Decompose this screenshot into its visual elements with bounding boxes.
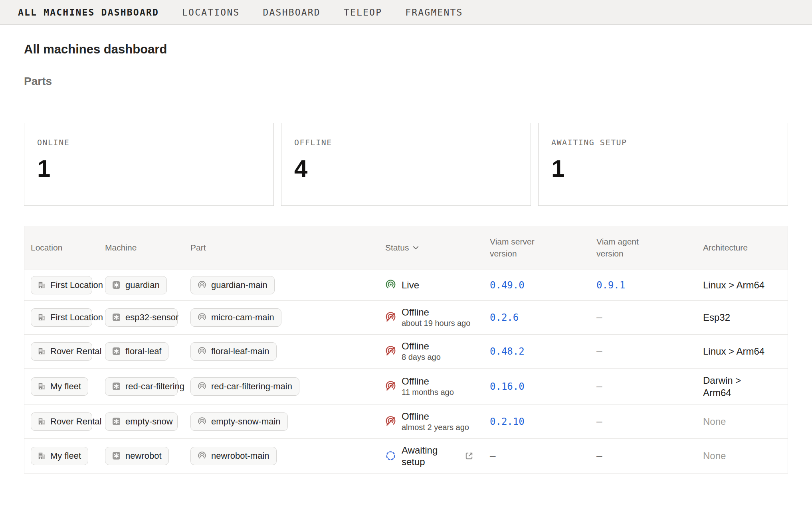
architecture-cell: None — [697, 405, 788, 438]
status-subtext: about 19 hours ago — [402, 318, 470, 329]
machine-name: empty-snow — [125, 416, 173, 427]
stat-cards: ONLINE 1 OFFLINE 4 AWAITING SETUP 1 — [24, 123, 788, 206]
column-header-status[interactable]: Status — [379, 226, 483, 270]
server-version-cell: 0.48.2 — [483, 335, 590, 368]
machine-badge[interactable]: empty-snow — [105, 412, 178, 431]
agent-version-cell: 0.9.1 — [590, 270, 697, 300]
part-name: guardian-main — [211, 280, 267, 290]
machine-cell: empty-snow — [99, 405, 184, 438]
part-badge[interactable]: red-car-filtering-main — [190, 377, 299, 396]
machine-cell: floral-leaf — [99, 335, 184, 368]
nav-item-teleop[interactable]: TELEOP — [344, 7, 382, 18]
agent-version-link[interactable]: – — [596, 416, 602, 427]
chevron-down-icon[interactable] — [413, 246, 419, 250]
top-nav: ALL MACHINES DASHBOARD LOCATIONS DASHBOA… — [0, 0, 812, 25]
part-name: empty-snow-main — [211, 416, 281, 427]
location-name: Rover Rental — [50, 346, 101, 357]
machine-cell: red-car-filtering — [99, 369, 184, 404]
architecture-value: None — [703, 450, 726, 462]
architecture-value: Darwin > Arm64 — [703, 374, 741, 399]
part-badge[interactable]: newrobot-main — [190, 447, 277, 465]
dashed-circle-icon — [385, 450, 396, 461]
machine-name: red-car-filtering — [125, 381, 184, 392]
machine-cell: guardian — [99, 270, 184, 300]
machine-name: esp32-sensor — [125, 312, 178, 323]
part-cell: newrobot-main — [184, 439, 379, 473]
part-cell: micro-cam-main — [184, 301, 379, 334]
machine-badge[interactable]: newrobot — [105, 447, 169, 465]
broadcast-icon — [198, 281, 206, 290]
building-icon — [38, 281, 46, 289]
column-header-viam-agent-version: Viam agent version — [590, 226, 697, 270]
broadcast-icon — [198, 452, 206, 460]
status-label: Live — [402, 279, 419, 291]
server-version-link[interactable]: 0.2.10 — [490, 416, 525, 427]
location-badge[interactable]: My fleet — [31, 377, 88, 396]
nav-item-locations[interactable]: LOCATIONS — [182, 7, 240, 18]
machine-asterisk-icon — [112, 313, 121, 322]
server-version-cell: 0.2.6 — [483, 301, 590, 334]
status-cell: Offline almost 2 years ago — [379, 405, 483, 438]
agent-version-link[interactable]: – — [596, 312, 602, 323]
architecture-cell: None — [697, 439, 788, 473]
machine-asterisk-icon — [112, 281, 121, 289]
architecture-value: Linux > Arm64 — [703, 345, 764, 357]
architecture-cell: Linux > Arm64 — [697, 335, 788, 368]
server-version-cell: 0.16.0 — [483, 369, 590, 404]
broadcast-icon — [198, 313, 206, 322]
location-badge[interactable]: Rover Rental — [31, 412, 92, 431]
stat-card-value: 1 — [37, 157, 261, 181]
agent-version-link[interactable]: – — [596, 381, 602, 392]
location-name: My fleet — [50, 381, 81, 392]
status-label: Offline — [402, 410, 454, 422]
location-badge[interactable]: Rover Rental — [31, 342, 92, 361]
stat-card-value: 1 — [551, 157, 775, 181]
location-badge[interactable]: First Location — [31, 308, 92, 327]
part-badge[interactable]: micro-cam-main — [190, 308, 281, 327]
machine-asterisk-icon — [112, 452, 121, 460]
location-name: First Location — [50, 312, 103, 323]
server-version-cell: – — [483, 439, 590, 473]
server-version-link[interactable]: 0.49.0 — [490, 280, 525, 291]
agent-version-cell: – — [590, 301, 697, 334]
status-label: Awaiting setup — [402, 444, 454, 468]
server-version-link[interactable]: – — [490, 450, 495, 462]
machine-cell: newrobot — [99, 439, 184, 473]
location-cell: Rover Rental — [24, 335, 99, 368]
part-badge[interactable]: floral-leaf-main — [190, 342, 277, 361]
part-cell: red-car-filtering-main — [184, 369, 379, 404]
machine-badge[interactable]: guardian — [105, 276, 167, 294]
server-version-link[interactable]: 0.48.2 — [490, 346, 525, 357]
building-icon — [38, 314, 46, 321]
machine-badge[interactable]: esp32-sensor — [105, 308, 178, 327]
status-label: Offline — [402, 340, 441, 352]
table-row: First Location guardian — [24, 270, 788, 300]
nav-item-all-machines-dashboard[interactable]: ALL MACHINES DASHBOARD — [18, 7, 159, 18]
table-row: First Location esp32-sensor — [24, 300, 788, 334]
agent-version-link[interactable]: 0.9.1 — [596, 280, 625, 291]
agent-version-link[interactable]: – — [596, 346, 602, 357]
agent-version-cell: – — [590, 335, 697, 368]
agent-version-link[interactable]: – — [596, 450, 602, 462]
nav-item-dashboard[interactable]: DASHBOARD — [263, 7, 320, 18]
part-badge[interactable]: empty-snow-main — [190, 412, 288, 431]
server-version-link[interactable]: 0.2.6 — [490, 312, 519, 323]
machine-badge[interactable]: floral-leaf — [105, 342, 168, 361]
nav-item-fragments[interactable]: FRAGMENTS — [405, 7, 463, 18]
column-header-viam-server-version: Viam server version — [483, 226, 590, 270]
server-version-cell: 0.2.10 — [483, 405, 590, 438]
location-badge[interactable]: My fleet — [31, 447, 88, 465]
external-link-icon[interactable] — [464, 451, 477, 461]
location-badge[interactable]: First Location — [31, 276, 92, 294]
machine-name: guardian — [125, 280, 160, 290]
part-badge[interactable]: guardian-main — [190, 276, 275, 294]
location-name: First Location — [50, 280, 103, 290]
agent-version-cell: – — [590, 405, 697, 438]
part-name: floral-leaf-main — [211, 346, 269, 357]
column-header-machine: Machine — [99, 226, 184, 270]
machine-badge[interactable]: red-car-filtering — [105, 377, 178, 396]
server-version-link[interactable]: 0.16.0 — [490, 381, 525, 392]
building-icon — [38, 383, 46, 390]
status-cell: Awaiting setup — [379, 439, 483, 473]
table-row: My fleet newrobot — [24, 438, 788, 473]
